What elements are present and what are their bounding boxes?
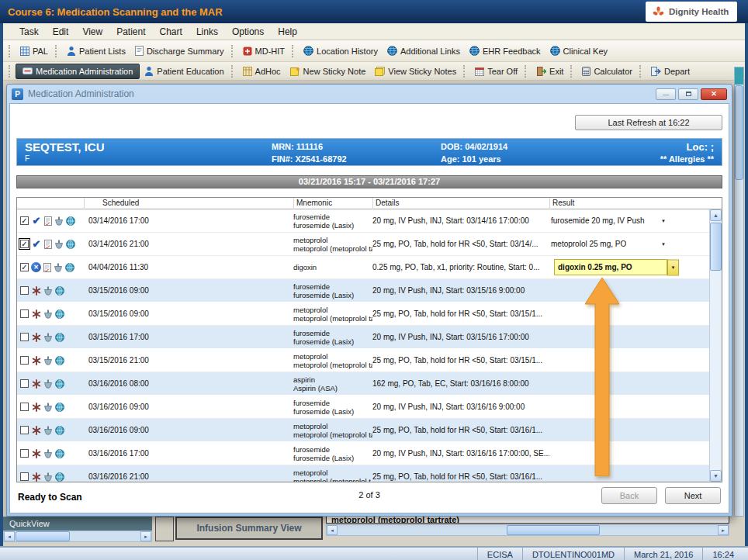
- quickview-scrollbar[interactable]: ◄ ►: [3, 531, 152, 542]
- result-cell[interactable]: furosemide 20 mg, IV Push ▼: [549, 209, 709, 232]
- result-cell[interactable]: [549, 372, 709, 395]
- toolbar-calculator-button[interactable]: Calculator: [577, 65, 637, 78]
- drug-generic: furosemide (Lasix): [293, 291, 372, 299]
- scroll-left-arrow-icon[interactable]: ◄: [327, 525, 338, 535]
- menu-view[interactable]: View: [75, 25, 109, 39]
- result-cell[interactable]: [549, 302, 709, 325]
- drug-generic: furosemide (Lasix): [293, 407, 372, 416]
- table-row[interactable]: ✔ 03/14/2016 17:00 furosemide furosemide…: [17, 209, 709, 233]
- table-row[interactable]: 03/16/2016 21:00 metoprolol metoprolol (…: [17, 465, 709, 482]
- result-cell[interactable]: [549, 349, 709, 372]
- toolbar-additional-links-button[interactable]: Additional Links: [383, 44, 465, 57]
- scroll-down-arrow-icon[interactable]: ▼: [710, 470, 722, 482]
- back-button[interactable]: Back: [601, 487, 657, 504]
- toolbar-new-sticky-note-button[interactable]: New Sticky Note: [286, 65, 371, 78]
- row-checkbox[interactable]: [20, 356, 29, 365]
- table-row[interactable]: ✔ 03/14/2016 21:00 metoprolol metoprolol…: [17, 233, 709, 256]
- header-mnemonic[interactable]: Mnemonic: [296, 199, 332, 207]
- window-title-bar[interactable]: P Medication Administration — ✕: [7, 85, 732, 103]
- row-checkbox[interactable]: [20, 472, 29, 481]
- table-row[interactable]: ✕ 04/04/2016 11:30 digoxin 0.25 mg, PO, …: [17, 256, 709, 279]
- scrollbar-thumb[interactable]: [507, 525, 600, 535]
- menu-edit[interactable]: Edit: [46, 25, 76, 39]
- table-row[interactable]: 03/16/2016 17:00 furosemide furosemide (…: [17, 442, 709, 465]
- toolbar-pal-button[interactable]: PAL: [16, 45, 53, 57]
- toolbar-ehr-feedback-button[interactable]: EHR Feedback: [465, 44, 545, 57]
- result-cell[interactable]: [549, 279, 709, 302]
- dropdown-arrow-icon[interactable]: ▼: [667, 259, 679, 275]
- toolbar-location-history-button[interactable]: Location History: [299, 44, 383, 57]
- scroll-right-arrow-icon[interactable]: ►: [140, 531, 151, 541]
- result-cell[interactable]: [549, 396, 709, 418]
- table-row[interactable]: 03/16/2016 08:00 aspirin Aspirin (ASA) 1…: [17, 372, 709, 396]
- toolbar-medication-administration-button[interactable]: Medication Administration: [16, 64, 140, 79]
- adhoc-icon: [243, 67, 252, 76]
- medication-strip-scrollbar[interactable]: ◄ ►: [326, 524, 729, 536]
- row-checkbox[interactable]: [20, 403, 29, 411]
- toolbar-adhoc-button[interactable]: AdHoc: [238, 65, 286, 78]
- result-cell[interactable]: [549, 442, 709, 465]
- row-checkbox[interactable]: [20, 426, 29, 434]
- toolbar-clinical-key-button[interactable]: Clinical Key: [545, 44, 612, 57]
- minimize-button[interactable]: —: [656, 88, 676, 100]
- toolbar-view-sticky-notes-button[interactable]: View Sticky Notes: [370, 65, 461, 78]
- person-icon: [144, 66, 154, 76]
- table-vertical-scrollbar[interactable]: ▲ ▼: [709, 209, 722, 482]
- header-details[interactable]: Details: [376, 199, 400, 207]
- table-row[interactable]: 03/15/2016 21:00 metoprolol metoprolol (…: [17, 349, 709, 372]
- close-button[interactable]: ✕: [701, 88, 727, 100]
- toolbar-patient-education-button[interactable]: Patient Education: [140, 64, 228, 78]
- drug-generic: metoprolol (metoprolol tar...: [293, 314, 372, 323]
- result-cell[interactable]: digoxin 0.25 mg, PO ▼: [549, 256, 709, 278]
- header-result[interactable]: Result: [552, 199, 574, 207]
- table-row[interactable]: 03/16/2016 09:00 metoprolol metoprolol (…: [17, 419, 709, 442]
- row-checkbox[interactable]: [20, 240, 29, 248]
- result-cell[interactable]: [549, 419, 709, 441]
- table-row[interactable]: 03/16/2016 09:00 furosemide furosemide (…: [17, 396, 709, 419]
- table-row[interactable]: 03/15/2016 09:00 metoprolol metoprolol (…: [17, 302, 709, 326]
- toolbar-md-hit-button[interactable]: MD-HIT: [238, 45, 290, 57]
- menu-task[interactable]: Task: [12, 25, 46, 39]
- header-scheduled[interactable]: Scheduled: [102, 199, 139, 207]
- quickview-tab[interactable]: QuickView: [3, 517, 152, 531]
- scrollbar-thumb[interactable]: [735, 85, 743, 180]
- table-row[interactable]: 03/15/2016 09:00 furosemide furosemide (…: [17, 279, 709, 302]
- toolbar-grip: [9, 65, 13, 78]
- toolbar-patient-lists-button[interactable]: Patient Lists: [62, 44, 130, 57]
- toolbar-depart-button[interactable]: Depart: [646, 65, 694, 78]
- note-icon: [43, 263, 51, 272]
- next-button[interactable]: Next: [665, 487, 721, 504]
- row-checkbox[interactable]: [20, 333, 29, 341]
- toolbar-tear-off-button[interactable]: Tear Off: [470, 65, 522, 78]
- row-checkbox[interactable]: [20, 216, 29, 225]
- row-checkbox[interactable]: [20, 379, 29, 388]
- scrollbar-thumb[interactable]: [710, 223, 722, 271]
- globe-clock-icon: [55, 286, 64, 296]
- scrollbar-thumb[interactable]: [16, 531, 70, 541]
- restore-button[interactable]: [678, 88, 698, 100]
- menu-links[interactable]: Links: [189, 25, 225, 39]
- menu-options[interactable]: Options: [225, 25, 271, 39]
- infusion-summary-view-button[interactable]: Infusion Summary View: [175, 517, 323, 540]
- dropdown-arrow-icon[interactable]: ▼: [661, 242, 666, 247]
- row-checkbox[interactable]: [20, 309, 29, 318]
- app-vertical-scrollbar[interactable]: [734, 67, 744, 517]
- globe-clock-icon: [55, 403, 64, 412]
- scroll-right-arrow-icon[interactable]: ►: [718, 525, 729, 535]
- toolbar-discharge-summary-button[interactable]: Discharge Summary: [130, 44, 229, 57]
- scroll-up-arrow-icon[interactable]: ▲: [710, 209, 722, 221]
- menu-chart[interactable]: Chart: [153, 25, 189, 39]
- result-cell[interactable]: [549, 465, 709, 482]
- row-checkbox[interactable]: [20, 263, 29, 271]
- last-refresh-button[interactable]: Last Refresh at 16:22: [575, 115, 722, 130]
- menu-help[interactable]: Help: [271, 25, 304, 39]
- result-cell[interactable]: metoprolol 25 mg, PO ▼: [549, 233, 709, 255]
- toolbar-exit-button[interactable]: Exit: [532, 65, 568, 78]
- dropdown-arrow-icon[interactable]: ▼: [661, 219, 666, 223]
- row-checkbox[interactable]: [20, 449, 29, 458]
- row-checkbox[interactable]: [20, 286, 29, 295]
- scroll-left-arrow-icon[interactable]: ◄: [4, 531, 15, 541]
- menu-patient[interactable]: Patient: [109, 25, 152, 39]
- result-cell[interactable]: [549, 326, 709, 348]
- table-row[interactable]: 03/15/2016 17:00 furosemide furosemide (…: [17, 326, 709, 349]
